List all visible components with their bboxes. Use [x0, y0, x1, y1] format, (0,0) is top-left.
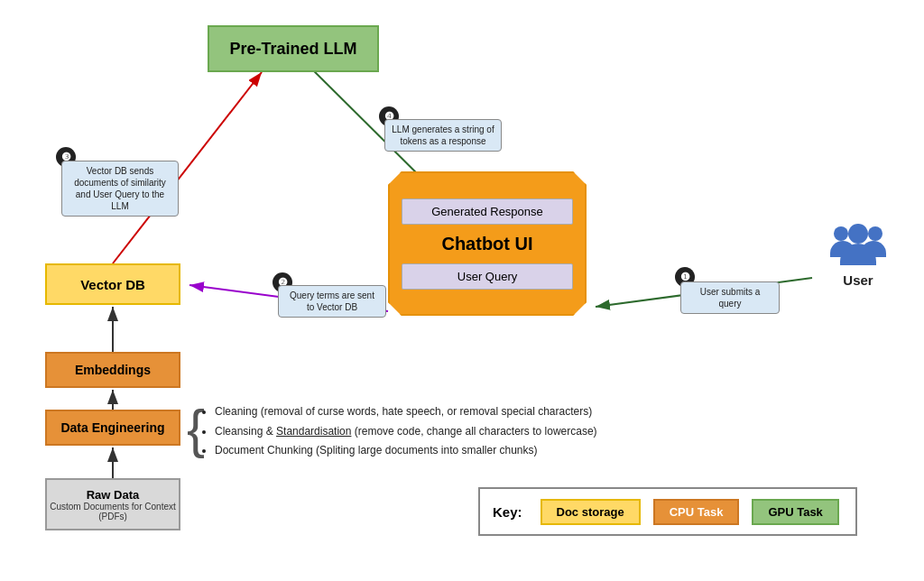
annotation-2: Query terms are sent to Vector DB [278, 285, 386, 318]
raw-data-sublabel: Custom Documents for Context (PDFs) [47, 502, 179, 521]
key-container: Key: Doc storage CPU Task GPU Task [478, 487, 857, 536]
raw-data-label: Raw Data [87, 488, 140, 502]
user-label: User [843, 272, 873, 288]
annotation-1: User submits a query [680, 281, 780, 314]
data-engineering-box: Data Engineering [45, 410, 180, 446]
user-query-box: User Query [402, 263, 573, 290]
key-title: Key: [493, 504, 522, 520]
raw-data-box: Raw Data Custom Documents for Context (P… [45, 478, 180, 530]
generated-response-box: Generated Response [402, 198, 573, 225]
annotation-4: LLM generates a string of tokens as a re… [384, 119, 502, 152]
bullet-item-3: Document Chunking (Spliting large docume… [215, 441, 597, 461]
key-gpu-task: GPU Task [752, 499, 838, 525]
bullet-item-2: Cleansing & Standardisation (remove code… [215, 422, 597, 442]
user-head-left [834, 226, 848, 241]
chatbot-ui-label: Chatbot UI [441, 234, 532, 254]
chatbot-ui-box: Generated Response Chatbot UI User Query [388, 171, 587, 316]
annotation-3: Vector DB sends documents of similarity … [61, 161, 179, 217]
vector-db-box: Vector DB [45, 263, 180, 305]
data-engineering-label: Data Engineering [60, 420, 164, 435]
diagram: Pre-Trained LLM Generated Response Chatb… [0, 0, 924, 581]
generated-response-label: Generated Response [431, 205, 543, 218]
llm-box: Pre-Trained LLM [208, 25, 379, 72]
user-head-main [848, 224, 868, 244]
user-head-right [868, 226, 882, 241]
user-icon: User [827, 224, 890, 288]
user-figure [827, 224, 890, 269]
embeddings-box: Embeddings [45, 352, 180, 388]
embeddings-label: Embeddings [75, 363, 151, 377]
user-query-label: User Query [457, 270, 517, 283]
key-doc-storage: Doc storage [541, 499, 641, 525]
bullet-item-1: Cleaning (removal of curse words, hate s… [215, 402, 597, 422]
bullet-list: Cleaning (removal of curse words, hate s… [199, 402, 597, 461]
llm-label: Pre-Trained LLM [229, 40, 356, 59]
vector-db-label: Vector DB [80, 277, 145, 292]
key-cpu-task: CPU Task [653, 499, 740, 525]
